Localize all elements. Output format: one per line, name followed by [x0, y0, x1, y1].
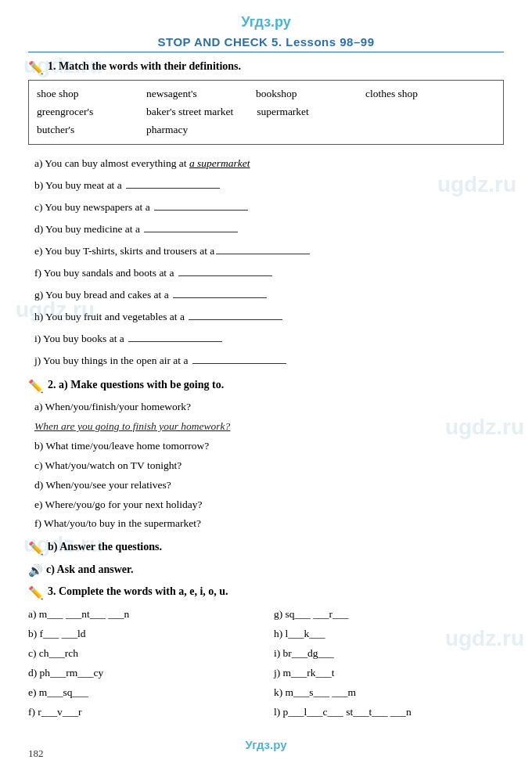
pencil-icon-1: ✏️ — [28, 60, 44, 75]
sentence-b: b) You buy meat at a — [34, 175, 504, 196]
exercise-3-label: 3. Complete the words with a, e, i, o, u… — [48, 585, 228, 598]
sentence-e: e) You buy T-shirts, skirts and trousers… — [34, 240, 504, 261]
blank-f — [178, 275, 272, 276]
ex3-l: l) p___l___c___ st___t___ ___n — [274, 703, 504, 722]
ex3-f: f) r___v___r — [28, 703, 258, 722]
word-box-row-1: shoe shop newsagent's bookshop clothes s… — [37, 85, 495, 103]
blank-i — [128, 341, 222, 342]
sentence-g: g) You buy bread and cakes at a — [34, 284, 504, 305]
ex3-grid: a) m___ ___nt___ ___n b) f___ ___ld c) c… — [28, 605, 504, 722]
word-7: supermarket — [257, 103, 343, 121]
ex3-g: g) sq___ ___r___ — [274, 605, 504, 625]
exercise-2c-label: c) Ask and answer. — [46, 563, 134, 576]
sentence-j: j) You buy things in the open air at a — [34, 350, 504, 371]
ex3-left: a) m___ ___nt___ ___n b) f___ ___ld c) c… — [28, 605, 258, 722]
ex3-a: a) m___ ___nt___ ___n — [28, 605, 258, 625]
blank-g — [173, 297, 267, 298]
q2a-b: b) What time/you/leave home tomorrow? — [34, 437, 504, 455]
exercise-2b-header: ✏️ b) Answer the questions. — [28, 541, 504, 556]
ex3-j: j) m___rk___t — [274, 664, 504, 683]
word-box-row-2: greengrocer's baker's street market supe… — [37, 103, 495, 121]
pencil-icon-2b: ✏️ — [28, 541, 44, 556]
word-1: shoe shop — [37, 85, 123, 103]
blank-b — [126, 188, 220, 189]
q2a-a: a) When/you/finish/your homework? — [34, 398, 504, 416]
exercise-3-header: ✏️ 3. Complete the words with a, e, i, o… — [28, 585, 504, 600]
q2a-a-answer: When are you going to finish your homewo… — [34, 418, 504, 436]
exercise-2a-label: 2. a) Make questions with be going to. — [48, 379, 224, 391]
blank-e — [216, 254, 310, 254]
word-4: clothes shop — [365, 85, 451, 103]
page-number: 182 — [28, 747, 44, 760]
ex3-h: h) l___k___ — [274, 625, 504, 644]
blank-d — [144, 232, 238, 232]
word-box: shoe shop newsagent's bookshop clothes s… — [28, 80, 504, 145]
speaker-icon: 🔊 — [28, 563, 43, 578]
sentence-d: d) You buy medicine at a — [34, 218, 504, 239]
footer-watermark: Угдз.ру — [28, 738, 504, 751]
ex3-b: b) f___ ___ld — [28, 625, 258, 644]
answer-a: a supermarket — [189, 157, 250, 169]
q2a-f: f) What/you/to buy in the supermarket? — [34, 515, 504, 533]
blank-c — [154, 210, 248, 211]
sentence-c: c) You buy newspapers at a — [34, 196, 504, 218]
exercise-1-label: 1. Match the words with their definition… — [48, 60, 241, 73]
ex3-k: k) m___s___ ___m — [274, 683, 504, 703]
sentence-f: f) You buy sandals and boots at a — [34, 262, 504, 283]
word-9: pharmacy — [146, 121, 232, 139]
q2a-e: e) Where/you/go for your next holiday? — [34, 496, 504, 514]
pencil-icon-3: ✏️ — [28, 585, 44, 600]
word-8: butcher's — [37, 121, 123, 139]
ex3-d: d) ph___rm___cy — [28, 664, 258, 683]
pencil-icon-2a: ✏️ — [28, 379, 44, 394]
ex3-c: c) ch___rch — [28, 644, 258, 664]
page: ugdz.ru ugdz.ru ugdz.ru ugdz.ru ugdz.ru … — [0, 0, 532, 774]
word-5: greengrocer's — [37, 103, 123, 121]
q2a-d: d) When/you/see your relatives? — [34, 477, 504, 495]
lesson-title: STOP AND CHECK 5. Lessons 98–99 — [28, 35, 504, 52]
ex3-i: i) br___dg___ — [274, 644, 504, 664]
blank-j — [192, 363, 286, 364]
exercise-1-header: ✏️ 1. Match the words with their definit… — [28, 60, 504, 75]
word-3: bookshop — [256, 85, 342, 103]
exercise-2b-label: b) Answer the questions. — [48, 541, 162, 553]
ex1-sentences: a) You can buy almost everything at a su… — [34, 153, 504, 371]
ex2a-questions: a) When/you/finish/your homework? When a… — [34, 398, 504, 534]
sentence-a: a) You can buy almost everything at a su… — [34, 153, 504, 174]
ex3-right: g) sq___ ___r___ h) l___k___ i) br___dg_… — [274, 605, 504, 722]
exercise-2c-header: 🔊 c) Ask and answer. — [28, 563, 504, 578]
site-header: Угдз.ру — [28, 14, 504, 31]
complete-grid-inner: a) m___ ___nt___ ___n b) f___ ___ld c) c… — [28, 605, 504, 722]
exercise-2a-header: ✏️ 2. a) Make questions with be going to… — [28, 379, 504, 394]
word-2: newsagent's — [146, 85, 232, 103]
blank-h — [189, 319, 282, 320]
word-6: baker's street market — [146, 103, 233, 121]
sentence-i: i) You buy books at a — [34, 328, 504, 349]
word-box-row-3: butcher's pharmacy — [37, 121, 495, 139]
ex3-e: e) m___sq___ — [28, 683, 258, 703]
sentence-h: h) You buy fruit and vegetables at a — [34, 306, 504, 327]
q2a-c: c) What/you/watch on TV tonight? — [34, 457, 504, 475]
